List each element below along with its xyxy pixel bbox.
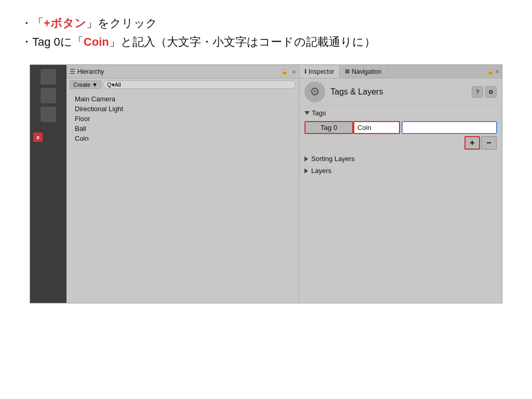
- sorting-layers-label: Sorting Layers: [311, 155, 355, 163]
- hierarchy-icon: ☰: [70, 68, 75, 75]
- tag-0-label: Tag 0: [304, 121, 353, 134]
- hierarchy-item-ball[interactable]: Ball: [66, 124, 299, 134]
- inspector-component-header: ⚙ Tags & Layers ? ⚙: [299, 78, 502, 106]
- hierarchy-item-directional-light[interactable]: Directional Light: [66, 104, 299, 114]
- tag-0-row: Tag 0: [304, 121, 497, 134]
- instruction-2: ・Tag 0に「Coin」と記入（大文字・小文字はコードの記載通りに）: [21, 34, 511, 50]
- sidebar-icon-3: [41, 107, 56, 122]
- hierarchy-item-floor[interactable]: Floor: [66, 114, 299, 124]
- inspector-lock-icon: 🔒 ≡: [487, 68, 502, 75]
- instruction-2-prefix: ・Tag 0に「: [21, 35, 84, 48]
- help-icon-btn[interactable]: ?: [472, 86, 483, 98]
- layers-label: Layers: [311, 167, 331, 175]
- sidebar-icon-2: [41, 88, 56, 103]
- sorting-layers-triangle-icon: [304, 156, 308, 162]
- hierarchy-title: Hierarchy: [77, 68, 104, 75]
- navigation-tab-icon: ⊠: [345, 68, 350, 75]
- hierarchy-header: ☰ Hierarchy 🔒 ≡: [66, 65, 299, 78]
- tags-section-header: Tags: [304, 109, 497, 117]
- tags-section: Tags Tag 0 + −: [299, 106, 502, 153]
- tab-navigation[interactable]: ⊠ Navigation: [340, 65, 387, 78]
- settings-icon-btn[interactable]: ⚙: [485, 86, 497, 98]
- instruction-1: ・「+ボタン」をクリック: [21, 16, 511, 31]
- inspector-tabs: ℹ Inspector ⊠ Navigation 🔒 ≡: [299, 65, 502, 78]
- sidebar-icon-1: [41, 69, 56, 85]
- sorting-layers-row[interactable]: Sorting Layers: [299, 153, 502, 165]
- hierarchy-search[interactable]: [103, 81, 296, 89]
- hierarchy-panel: ☰ Hierarchy 🔒 ≡ Create ▼ Main Camera Dir…: [66, 65, 299, 303]
- instruction-2-suffix: 」と記入（大文字・小文字はコードの記載通りに）: [109, 35, 376, 48]
- tags-triangle-icon: [304, 111, 310, 115]
- component-title: Tags & Layers: [330, 87, 467, 97]
- left-sidebar: x: [30, 65, 66, 303]
- inspector-tab-label: Inspector: [309, 68, 334, 75]
- inspector-panel: ℹ Inspector ⊠ Navigation 🔒 ≡ ⚙ Tags & La…: [299, 65, 502, 303]
- hierarchy-toolbar: Create ▼: [66, 78, 299, 91]
- hierarchy-list: Main Camera Directional Light Floor Ball…: [66, 91, 299, 303]
- add-remove-buttons: + −: [304, 136, 497, 150]
- inspector-header-icons: ? ⚙: [472, 86, 497, 98]
- hierarchy-item-main-camera[interactable]: Main Camera: [66, 94, 299, 104]
- create-button[interactable]: Create ▼: [70, 81, 101, 89]
- unity-editor: x ☰ Hierarchy 🔒 ≡ Create ▼ Main Camera D…: [30, 64, 502, 303]
- tag-0-input[interactable]: [353, 121, 400, 134]
- add-tag-button[interactable]: +: [464, 136, 480, 150]
- instruction-1-prefix: ・「: [21, 17, 44, 30]
- hierarchy-menu-icon: ≡: [292, 69, 296, 75]
- tags-label: Tags: [312, 109, 326, 117]
- instruction-2-highlight: Coin: [84, 35, 109, 48]
- instruction-list: ・「+ボタン」をクリック ・Tag 0に「Coin」と記入（大文字・小文字はコー…: [21, 16, 511, 50]
- x-badge: x: [33, 132, 43, 142]
- hierarchy-item-coin[interactable]: Coin: [66, 134, 299, 143]
- tags-layers-gear-icon: ⚙: [304, 82, 325, 102]
- tag-0-extra-input[interactable]: [402, 122, 497, 134]
- navigation-tab-label: Navigation: [352, 68, 381, 75]
- instruction-1-highlight: +ボタン: [44, 17, 86, 30]
- instruction-1-suffix: 」をクリック: [86, 17, 157, 30]
- inspector-tab-icon: ℹ: [304, 68, 307, 75]
- remove-tag-button[interactable]: −: [481, 136, 497, 150]
- hierarchy-lock-icon: 🔒: [281, 68, 288, 75]
- layers-row[interactable]: Layers: [299, 165, 502, 177]
- tab-inspector[interactable]: ℹ Inspector: [299, 65, 340, 78]
- layers-triangle-icon: [304, 168, 308, 174]
